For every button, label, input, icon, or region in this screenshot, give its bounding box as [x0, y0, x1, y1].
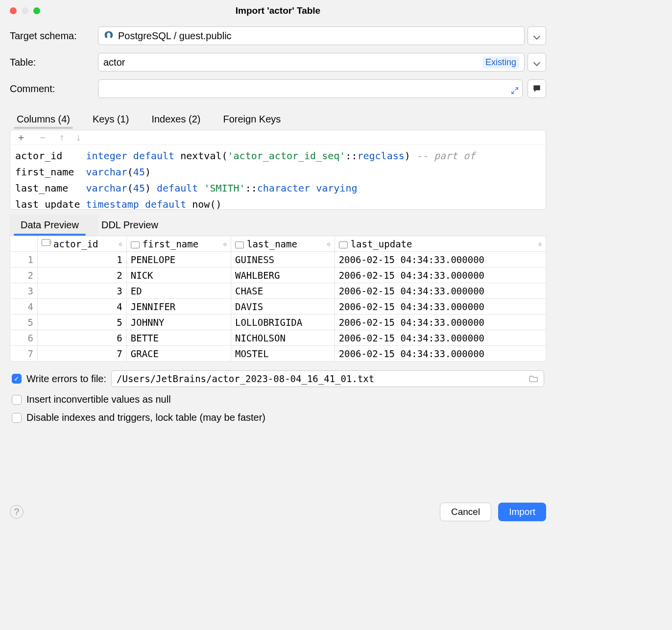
tab-ddl-preview[interactable]: DDL Preview	[97, 217, 162, 234]
cell-last-name[interactable]: LOLLOBRIGIDA	[231, 315, 335, 330]
cell-last-update[interactable]: 2006-02-15 04:34:33.000000	[335, 267, 546, 283]
table-value: actor	[103, 57, 125, 68]
table-row[interactable]: 77GRACEMOSTEL2006-02-15 04:34:33.000000	[10, 346, 546, 362]
sort-icon: ◇	[327, 241, 330, 247]
move-up-icon[interactable]: ↑	[59, 132, 64, 143]
cell-first-name[interactable]: BETTE	[126, 330, 231, 346]
cell-actor-id[interactable]: 7	[38, 346, 127, 362]
minimize-window-icon[interactable]	[22, 7, 28, 14]
row-number: 5	[10, 315, 38, 330]
cell-first-name[interactable]: JENNIFER	[126, 299, 231, 315]
cell-last-update[interactable]: 2006-02-15 04:34:33.000000	[335, 252, 546, 267]
write-errors-checkbox[interactable]: ✓	[12, 374, 22, 384]
cell-actor-id[interactable]: 1	[38, 252, 127, 267]
cell-last-name[interactable]: DAVIS	[231, 299, 335, 315]
tab-indexes[interactable]: Indexes (2)	[150, 111, 201, 128]
table-row[interactable]: 55JOHNNYLOLLOBRIGIDA2006-02-15 04:34:33.…	[10, 315, 546, 330]
row-number: 1	[10, 252, 38, 267]
browse-folder-icon[interactable]	[529, 373, 539, 384]
cell-last-name[interactable]: GUINESS	[231, 252, 335, 267]
cell-last-update[interactable]: 2006-02-15 04:34:33.000000	[335, 330, 546, 346]
cell-actor-id[interactable]: 2	[38, 267, 127, 283]
row-number: 3	[10, 283, 38, 299]
schema-tabs: Columns (4) Keys (1) Indexes (2) Foreign…	[0, 106, 556, 128]
target-schema-dropdown[interactable]	[528, 26, 546, 45]
cell-first-name[interactable]: ED	[126, 283, 231, 299]
cell-last-update[interactable]: 2006-02-15 04:34:33.000000	[335, 283, 546, 299]
row-number: 4	[10, 299, 38, 315]
disable-indexes-label: Disable indexes and triggers, lock table…	[26, 412, 265, 423]
insert-null-label: Insert inconvertible values as null	[26, 394, 171, 405]
table-row[interactable]: 22NICKWAHLBERG2006-02-15 04:34:33.000000	[10, 267, 546, 283]
column-header-first_name[interactable]: first_name◇	[126, 236, 231, 252]
tab-data-preview[interactable]: Data Preview	[17, 217, 83, 234]
cell-actor-id[interactable]: 3	[38, 283, 127, 299]
target-schema-value: PostgreSQL / guest.public	[118, 30, 232, 42]
cell-last-name[interactable]: MOSTEL	[231, 346, 335, 362]
column-header-last_name[interactable]: last_name◇	[231, 236, 335, 252]
cell-actor-id[interactable]: 4	[38, 299, 127, 315]
sort-icon: ◇	[119, 241, 122, 247]
comment-field[interactable]	[98, 79, 523, 98]
help-button[interactable]: ?	[10, 505, 24, 519]
preview-tabs: Data Preview DDL Preview	[0, 210, 556, 234]
expand-icon[interactable]	[510, 86, 519, 97]
comment-balloon-button[interactable]	[528, 79, 546, 98]
table-dropdown[interactable]	[528, 53, 546, 72]
zoom-window-icon[interactable]	[33, 7, 40, 14]
column-header-last_update[interactable]: last_update◇	[335, 236, 546, 252]
cell-last-name[interactable]: CHASE	[231, 283, 335, 299]
dialog-footer: ? Cancel Import	[0, 503, 556, 521]
add-column-icon[interactable]: ＋	[16, 131, 26, 144]
table-label: Table:	[10, 57, 98, 68]
cell-actor-id[interactable]: 5	[38, 315, 127, 330]
table-field[interactable]: actor Existing	[98, 53, 525, 72]
tab-columns[interactable]: Columns (4)	[16, 111, 71, 128]
columns-definition-list[interactable]: actor_id integer default nextval('actor_…	[10, 145, 546, 210]
window-controls	[10, 7, 40, 14]
table-row[interactable]: 66BETTENICHOLSON2006-02-15 04:34:33.0000…	[10, 330, 546, 346]
chevron-down-icon	[534, 30, 539, 41]
insert-null-checkbox[interactable]	[12, 395, 22, 405]
sort-icon: ◇	[538, 241, 542, 247]
cell-first-name[interactable]: GRACE	[126, 346, 231, 362]
error-file-path-value: /Users/JetBrains/actor_2023-08-04_16_41_…	[117, 373, 374, 384]
remove-column-icon[interactable]: －	[38, 131, 48, 144]
speech-bubble-icon	[532, 84, 542, 94]
data-preview-grid[interactable]: actor_id◇first_name◇last_name◇last_updat…	[10, 236, 546, 362]
sort-icon: ◇	[223, 241, 227, 247]
target-schema-label: Target schema:	[10, 30, 98, 42]
cancel-button[interactable]: Cancel	[440, 503, 491, 521]
error-file-path-field[interactable]: /Users/JetBrains/actor_2023-08-04_16_41_…	[111, 370, 544, 387]
disable-indexes-checkbox[interactable]	[12, 413, 22, 423]
move-down-icon[interactable]: ↓	[76, 132, 81, 143]
titlebar: Import 'actor' Table	[0, 0, 556, 22]
existing-badge: Existing	[482, 56, 519, 69]
target-schema-field[interactable]: PostgreSQL / guest.public	[98, 26, 525, 45]
cell-last-update[interactable]: 2006-02-15 04:34:33.000000	[335, 299, 546, 315]
row-number: 2	[10, 267, 38, 283]
cell-last-name[interactable]: WAHLBERG	[231, 267, 335, 283]
cell-first-name[interactable]: JOHNNY	[126, 315, 231, 330]
import-options: ✓ Write errors to file: /Users/JetBrains…	[0, 362, 556, 426]
cell-last-update[interactable]: 2006-02-15 04:34:33.000000	[335, 315, 546, 330]
grid-corner	[10, 236, 38, 252]
column-header-actor_id[interactable]: actor_id◇	[38, 236, 127, 252]
tab-foreign-keys[interactable]: Foreign Keys	[222, 111, 282, 128]
cell-actor-id[interactable]: 6	[38, 330, 127, 346]
cell-last-update[interactable]: 2006-02-15 04:34:33.000000	[335, 346, 546, 362]
cell-last-name[interactable]: NICHOLSON	[231, 330, 335, 346]
cell-first-name[interactable]: NICK	[126, 267, 231, 283]
table-row[interactable]: 33EDCHASE2006-02-15 04:34:33.000000	[10, 283, 546, 299]
table-row[interactable]: 11PENELOPEGUINESS2006-02-15 04:34:33.000…	[10, 252, 546, 267]
postgres-icon	[103, 30, 114, 41]
close-window-icon[interactable]	[10, 7, 17, 14]
import-button[interactable]: Import	[498, 503, 546, 521]
chevron-down-icon	[534, 57, 539, 68]
cell-first-name[interactable]: PENELOPE	[126, 252, 231, 267]
window-title: Import 'actor' Table	[0, 5, 556, 16]
row-number: 7	[10, 346, 38, 362]
table-row[interactable]: 44JENNIFERDAVIS2006-02-15 04:34:33.00000…	[10, 299, 546, 315]
write-errors-label: Write errors to file:	[26, 373, 106, 385]
tab-keys[interactable]: Keys (1)	[92, 111, 130, 128]
